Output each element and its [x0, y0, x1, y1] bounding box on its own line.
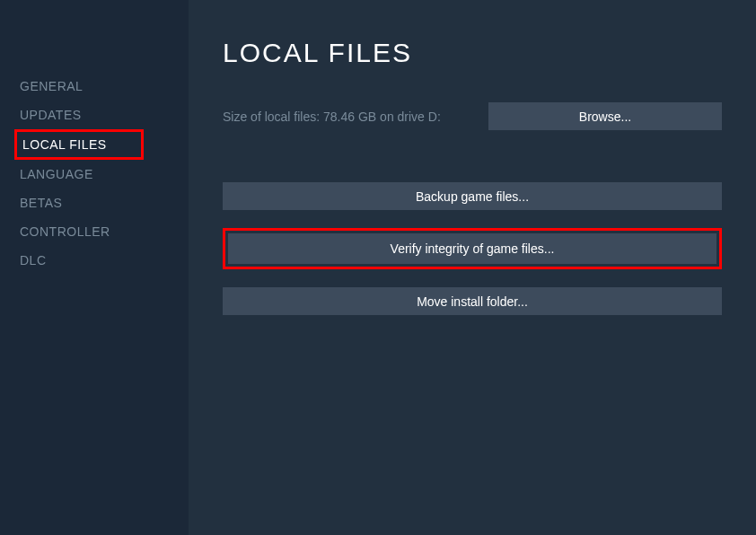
browse-button-label: Browse... — [579, 110, 631, 124]
sidebar-item-label: DLC — [20, 253, 47, 268]
sidebar-item-label: LANGUAGE — [20, 167, 93, 181]
sidebar-item-label: CONTROLLER — [20, 224, 110, 239]
size-info-row: Size of local files: 78.46 GB on drive D… — [223, 102, 722, 130]
sidebar-item-language[interactable]: LANGUAGE — [20, 160, 189, 189]
main-panel: LOCAL FILES Size of local files: 78.46 G… — [189, 0, 756, 535]
verify-button-label: Verify integrity of game files... — [391, 241, 555, 256]
sidebar-item-label: LOCAL FILES — [22, 137, 107, 152]
sidebar-item-controller[interactable]: CONTROLLER — [20, 217, 189, 246]
size-info-text: Size of local files: 78.46 GB on drive D… — [223, 110, 441, 124]
sidebar-item-label: UPDATES — [20, 108, 82, 122]
sidebar: GENERAL UPDATES LOCAL FILES LANGUAGE BET… — [0, 0, 189, 535]
verify-integrity-button[interactable]: Verify integrity of game files... — [228, 233, 716, 264]
sidebar-item-general[interactable]: GENERAL — [20, 72, 189, 101]
backup-button[interactable]: Backup game files... — [223, 182, 722, 210]
sidebar-item-label: GENERAL — [20, 79, 83, 93]
page-title: LOCAL FILES — [223, 38, 722, 68]
backup-button-label: Backup game files... — [416, 189, 529, 204]
move-button-label: Move install folder... — [417, 294, 528, 309]
sidebar-item-dlc[interactable]: DLC — [20, 246, 189, 275]
verify-button-highlight: Verify integrity of game files... — [223, 228, 722, 269]
browse-button[interactable]: Browse... — [488, 102, 722, 130]
sidebar-item-local-files[interactable]: LOCAL FILES — [14, 129, 144, 160]
sidebar-item-updates[interactable]: UPDATES — [20, 101, 189, 129]
move-folder-button[interactable]: Move install folder... — [223, 287, 722, 315]
sidebar-item-label: BETAS — [20, 196, 62, 210]
sidebar-item-betas[interactable]: BETAS — [20, 189, 189, 217]
